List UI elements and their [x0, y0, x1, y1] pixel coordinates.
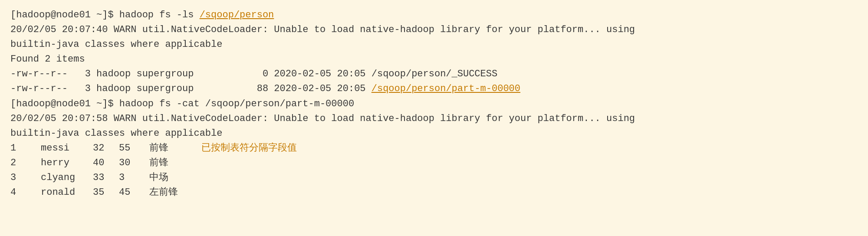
file-entry-1: -rw-r--r-- 3 hadoop supergroup 0 2020-02…: [10, 67, 858, 82]
table-row: 1 messi 32 55 前锋 已按制表符分隔字段值: [10, 141, 858, 156]
cell-role-2: 前锋: [149, 156, 201, 170]
cell-age-3: 33: [93, 170, 119, 185]
cell-role-3: 中场: [149, 170, 201, 185]
warn-line-1-cont: builtin-java classes where applicable: [10, 37, 858, 52]
path-link-1[interactable]: /sqoop/person: [200, 10, 274, 20]
found-items: Found 2 items: [10, 52, 858, 67]
command-line-2: [hadoop@node01 ~]$ hadoop fs -cat /sqoop…: [10, 97, 858, 111]
cell-score-1: 55: [119, 141, 149, 156]
cell-name-1: messi: [41, 141, 93, 156]
cell-score-3: 3: [119, 170, 149, 185]
cell-id-2: 2: [10, 156, 41, 170]
cell-id-3: 3: [10, 170, 41, 185]
file-entry-2: -rw-r--r-- 3 hadoop supergroup 88 2020-0…: [10, 82, 858, 96]
warn-line-2: 20/02/05 20:07:58 WARN util.NativeCodeLo…: [10, 111, 858, 126]
table-row: 2 herry 40 30 前锋: [10, 156, 858, 170]
file2-prefix: -rw-r--r-- 3 hadoop supergroup 88 2020-0…: [10, 83, 372, 94]
cell-score-2: 30: [119, 156, 149, 170]
command-line-1: [hadoop@node01 ~]$ hadoop fs -ls /sqoop/…: [10, 8, 858, 23]
file2-link[interactable]: /sqoop/person/part-m-00000: [372, 83, 520, 94]
warn-line-2-cont: builtin-java classes where applicable: [10, 126, 858, 141]
cell-id-4: 4: [10, 185, 41, 200]
cell-name-2: herry: [41, 156, 93, 170]
cell-name-3: clyang: [41, 170, 93, 185]
cell-age-2: 40: [93, 156, 119, 170]
cell-id-1: 1: [10, 141, 41, 156]
data-rows: 1 messi 32 55 前锋 已按制表符分隔字段值 2 herry 40 3…: [10, 141, 858, 200]
cell-score-4: 45: [119, 185, 149, 200]
cell-role-4: 左前锋: [149, 185, 201, 200]
cell-role-1: 前锋: [149, 141, 201, 156]
cell-name-4: ronald: [41, 185, 93, 200]
warn-line-1: 20/02/05 20:07:40 WARN util.NativeCodeLo…: [10, 23, 858, 37]
table-row: 3 clyang 33 3 中场: [10, 170, 858, 185]
prompt-text-1: [hadoop@node01 ~]$ hadoop fs -ls: [10, 10, 200, 20]
table-row: 4 ronald 35 45 左前锋: [10, 185, 858, 200]
cell-age-4: 35: [93, 185, 119, 200]
annotation-1: 已按制表符分隔字段值: [201, 141, 297, 156]
cell-age-1: 32: [93, 141, 119, 156]
terminal: [hadoop@node01 ~]$ hadoop fs -ls /sqoop/…: [10, 8, 858, 200]
